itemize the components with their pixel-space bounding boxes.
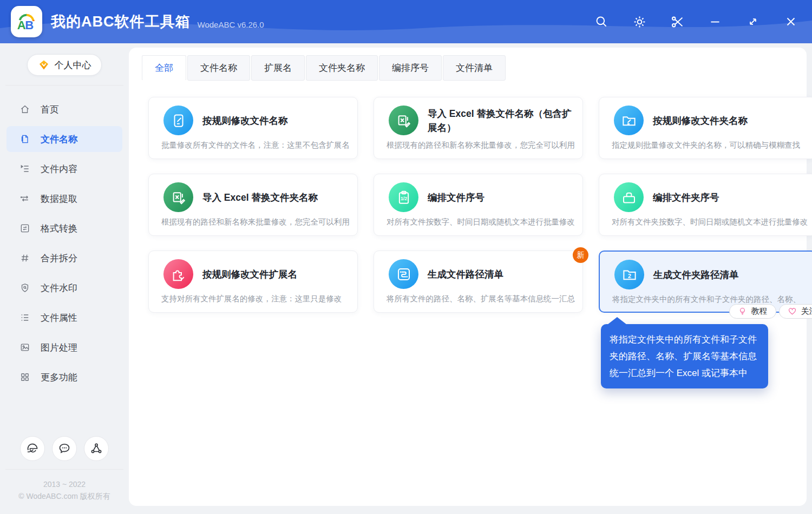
card-file-path-list[interactable]: 新 生成文件路径清单 将所有文件的路径、名称、扩展名等基本信息统一汇总 bbox=[374, 251, 583, 313]
file-icon bbox=[19, 134, 30, 144]
sidebar-item-format-convert[interactable]: 格式转换 bbox=[6, 215, 122, 241]
sidebar-item-file-content[interactable]: 文件内容 bbox=[6, 156, 122, 182]
tutorial-button[interactable]: 教程 bbox=[729, 304, 776, 319]
close-button[interactable] bbox=[782, 12, 800, 31]
tab-extension[interactable]: 扩展名 bbox=[251, 55, 305, 81]
sidebar-item-watermark[interactable]: 文件水印 bbox=[6, 275, 122, 301]
list-props-icon bbox=[19, 312, 30, 323]
app-logo: A B bbox=[11, 6, 42, 37]
browser-link-button[interactable] bbox=[20, 436, 45, 461]
search-button[interactable] bbox=[592, 12, 611, 31]
tab-file-list[interactable]: 文件清单 bbox=[443, 55, 506, 81]
sidebar-item-label: 文件名称 bbox=[41, 133, 77, 146]
route-icon bbox=[389, 259, 418, 289]
category-tabs: 全部 文件名称 扩展名 文件夹名称 编排序号 文件清单 bbox=[129, 48, 807, 81]
new-badge: 新 bbox=[573, 247, 588, 263]
tab-all[interactable]: 全部 bbox=[142, 55, 186, 81]
sidebar-item-merge-split[interactable]: 合并拆分 bbox=[6, 245, 122, 271]
sidebar-footer: 2013 ~ 2022 © WodeABC.com 版权所有 bbox=[0, 436, 129, 514]
close-icon bbox=[784, 15, 798, 29]
ie-browser-icon bbox=[26, 442, 39, 455]
tray-icon bbox=[614, 182, 644, 212]
minimize-button[interactable] bbox=[706, 12, 724, 31]
sidebar-item-label: 数据提取 bbox=[41, 193, 77, 205]
feature-tooltip: 将指定文件夹中的所有文件和子文件夹的路径、名称、扩展名等基本信息统一汇总到一个 … bbox=[601, 324, 768, 388]
settings-gear-icon bbox=[632, 15, 647, 29]
tutorial-label: 教程 bbox=[751, 306, 768, 317]
copyright-years: 2013 ~ 2022 bbox=[0, 478, 129, 490]
card-serial-file[interactable]: 1/2 编排文件序号 对所有文件按数字、时间日期或随机文本进行批量修改 bbox=[374, 174, 583, 236]
app-title: 我的ABC软件工具箱 bbox=[51, 12, 191, 31]
sidebar-item-label: 文件属性 bbox=[41, 312, 77, 324]
feature-desc: 将所有文件的路径、名称、扩展名等基本信息统一汇总 bbox=[387, 294, 575, 304]
folder-edit-icon bbox=[614, 106, 644, 135]
feedback-chat-button[interactable] bbox=[52, 436, 77, 461]
scissors-icon bbox=[670, 15, 685, 29]
screenshot-button[interactable] bbox=[668, 12, 686, 31]
copyright-owner: © WodeABC.com 版权所有 bbox=[0, 490, 129, 502]
file-edit-icon bbox=[163, 106, 193, 135]
heart-icon bbox=[788, 307, 797, 316]
sidebar-item-label: 更多功能 bbox=[41, 371, 77, 384]
lightbulb-icon bbox=[738, 307, 747, 316]
feature-desc: 根据现有的路径和新名称来批量修改，您完全可以利用 bbox=[161, 217, 350, 227]
card-folder-path-list[interactable]: 2 生成文件夹路径清单 将指定文件夹中的所有文件和子文件夹的路径、名称、 教程 bbox=[599, 251, 812, 313]
sidebar-item-data-extract[interactable]: 数据提取 bbox=[6, 186, 122, 212]
feature-title: 编排文件夹序号 bbox=[653, 190, 719, 205]
sidebar-item-more[interactable]: 更多功能 bbox=[6, 364, 122, 390]
image-icon bbox=[19, 342, 30, 353]
chat-bubble-icon bbox=[58, 442, 71, 455]
search-icon bbox=[594, 15, 608, 29]
tab-file-name[interactable]: 文件名称 bbox=[187, 55, 250, 81]
excel-edit-icon bbox=[389, 106, 418, 135]
app-version: WodeABC v6.26.0 bbox=[198, 20, 264, 29]
sidebar: 个人中心 首页 文件名称 文件内容 数据提取 格式转换 bbox=[0, 43, 129, 514]
svg-text:B: B bbox=[25, 18, 34, 32]
card-serial-folder[interactable]: 编排文件夹序号 对所有文件夹按数字、时间日期或随机文本进行批量修改 bbox=[599, 174, 812, 236]
sidebar-item-home[interactable]: 首页 bbox=[6, 96, 122, 122]
home-icon bbox=[19, 104, 30, 115]
feature-card-grid: 按规则修改文件名称 批量修改所有文件的文件名，注意：这里不包含扩展名 导入 Ex… bbox=[148, 97, 785, 313]
tab-folder-name[interactable]: 文件夹名称 bbox=[306, 55, 378, 81]
follow-label: 关注 bbox=[801, 306, 812, 317]
main-panel: 全部 文件名称 扩展名 文件夹名称 编排序号 文件清单 按规则修改文件名称 批量… bbox=[129, 48, 807, 506]
excel-edit-icon bbox=[163, 182, 193, 212]
feature-title: 生成文件夹路径清单 bbox=[653, 268, 739, 282]
card-rename-folder[interactable]: 按规则修改文件夹名称 指定规则批量修改文件夹的名称，可以精确与模糊查找 bbox=[599, 97, 812, 159]
feature-desc: 批量修改所有文件的文件名，注意：这里不包含扩展名 bbox=[161, 140, 350, 150]
convert-box-icon bbox=[19, 223, 30, 234]
tab-serial-number[interactable]: 编排序号 bbox=[379, 55, 442, 81]
footer-divider bbox=[5, 469, 123, 470]
personal-center-label: 个人中心 bbox=[55, 59, 91, 71]
feature-title: 按规则修改文件夹名称 bbox=[653, 114, 748, 128]
sidebar-nav: 首页 文件名称 文件内容 数据提取 格式转换 合并拆分 bbox=[0, 96, 129, 436]
feature-title: 导入 Excel 替换文件名称（包含扩展名） bbox=[428, 107, 574, 135]
feature-title: 生成文件路径清单 bbox=[428, 267, 503, 281]
share-network-icon bbox=[90, 442, 103, 455]
sidebar-item-file-name[interactable]: 文件名称 bbox=[6, 126, 122, 152]
maximize-button[interactable] bbox=[744, 12, 762, 31]
swap-arrows-icon bbox=[19, 193, 30, 204]
personal-center-button[interactable]: 个人中心 bbox=[27, 54, 102, 76]
puzzle-edit-icon bbox=[163, 259, 193, 289]
minimize-icon bbox=[708, 15, 722, 29]
maximize-icon bbox=[746, 15, 760, 29]
follow-button[interactable]: 关注 bbox=[779, 304, 812, 319]
sidebar-item-label: 合并拆分 bbox=[41, 252, 77, 265]
share-button[interactable] bbox=[84, 436, 109, 461]
card-excel-rename-file[interactable]: 导入 Excel 替换文件名称（包含扩展名） 根据现有的路径和新名称来批量修改，… bbox=[374, 97, 583, 159]
card-rename-extension[interactable]: 按规则修改文件扩展名 支持对所有文件扩展名的修改，注意：这里只是修改 bbox=[148, 251, 358, 313]
svg-text:2: 2 bbox=[628, 272, 631, 279]
sidebar-item-file-props[interactable]: 文件属性 bbox=[6, 305, 122, 331]
shield-search-icon bbox=[19, 282, 30, 293]
sidebar-divider bbox=[5, 85, 123, 85]
card-rename-file[interactable]: 按规则修改文件名称 批量修改所有文件的文件名，注意：这里不包含扩展名 bbox=[148, 97, 358, 159]
sidebar-item-label: 文件水印 bbox=[41, 282, 77, 294]
feature-desc: 对所有文件夹按数字、时间日期或随机文本进行批量修改 bbox=[612, 217, 808, 227]
sidebar-item-image[interactable]: 图片处理 bbox=[6, 334, 122, 360]
feature-desc: 支持对所有文件扩展名的修改，注意：这里只是修改 bbox=[161, 294, 350, 304]
feature-desc: 指定规则批量修改文件夹的名称，可以精确与模糊查找 bbox=[612, 140, 808, 150]
card-excel-rename-folder[interactable]: 导入 Excel 替换文件夹名称 根据现有的路径和新名称来批量修改，您完全可以利… bbox=[148, 174, 358, 236]
settings-button[interactable] bbox=[630, 12, 649, 31]
sidebar-item-label: 图片处理 bbox=[41, 341, 77, 354]
